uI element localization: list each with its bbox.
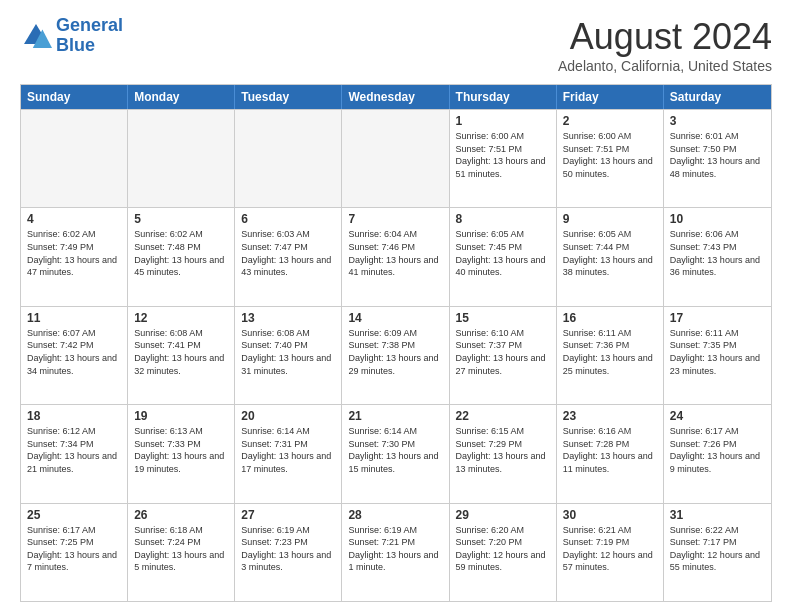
month-title: August 2024 (558, 16, 772, 58)
cell-text-1: Sunrise: 6:00 AMSunset: 7:51 PMDaylight:… (456, 130, 550, 180)
day-num-2: 2 (563, 114, 657, 128)
cell-w2-d4: 7Sunrise: 6:04 AMSunset: 7:46 PMDaylight… (342, 208, 449, 305)
header-friday: Friday (557, 85, 664, 109)
day-num-1: 1 (456, 114, 550, 128)
week-row-3: 11Sunrise: 6:07 AMSunset: 7:42 PMDayligh… (21, 306, 771, 404)
cell-text-5: Sunrise: 6:02 AMSunset: 7:48 PMDaylight:… (134, 228, 228, 278)
cell-text-10: Sunrise: 6:06 AMSunset: 7:43 PMDaylight:… (670, 228, 765, 278)
cell-text-29: Sunrise: 6:20 AMSunset: 7:20 PMDaylight:… (456, 524, 550, 574)
week-row-1: 1Sunrise: 6:00 AMSunset: 7:51 PMDaylight… (21, 109, 771, 207)
cell-w4-d3: 20Sunrise: 6:14 AMSunset: 7:31 PMDayligh… (235, 405, 342, 502)
day-num-31: 31 (670, 508, 765, 522)
cell-w4-d4: 21Sunrise: 6:14 AMSunset: 7:30 PMDayligh… (342, 405, 449, 502)
logo-text: General Blue (56, 16, 123, 56)
week-row-2: 4Sunrise: 6:02 AMSunset: 7:49 PMDaylight… (21, 207, 771, 305)
day-num-18: 18 (27, 409, 121, 423)
day-num-14: 14 (348, 311, 442, 325)
cell-w1-d2 (128, 110, 235, 207)
cell-text-25: Sunrise: 6:17 AMSunset: 7:25 PMDaylight:… (27, 524, 121, 574)
cell-w2-d5: 8Sunrise: 6:05 AMSunset: 7:45 PMDaylight… (450, 208, 557, 305)
cell-text-6: Sunrise: 6:03 AMSunset: 7:47 PMDaylight:… (241, 228, 335, 278)
cell-w1-d7: 3Sunrise: 6:01 AMSunset: 7:50 PMDaylight… (664, 110, 771, 207)
cell-text-15: Sunrise: 6:10 AMSunset: 7:37 PMDaylight:… (456, 327, 550, 377)
cell-w3-d2: 12Sunrise: 6:08 AMSunset: 7:41 PMDayligh… (128, 307, 235, 404)
day-num-24: 24 (670, 409, 765, 423)
cell-text-13: Sunrise: 6:08 AMSunset: 7:40 PMDaylight:… (241, 327, 335, 377)
cell-w2-d1: 4Sunrise: 6:02 AMSunset: 7:49 PMDaylight… (21, 208, 128, 305)
cell-text-11: Sunrise: 6:07 AMSunset: 7:42 PMDaylight:… (27, 327, 121, 377)
header-saturday: Saturday (664, 85, 771, 109)
cell-text-24: Sunrise: 6:17 AMSunset: 7:26 PMDaylight:… (670, 425, 765, 475)
header-sunday: Sunday (21, 85, 128, 109)
cell-text-27: Sunrise: 6:19 AMSunset: 7:23 PMDaylight:… (241, 524, 335, 574)
cell-text-2: Sunrise: 6:00 AMSunset: 7:51 PMDaylight:… (563, 130, 657, 180)
day-num-9: 9 (563, 212, 657, 226)
cell-text-21: Sunrise: 6:14 AMSunset: 7:30 PMDaylight:… (348, 425, 442, 475)
cell-w5-d3: 27Sunrise: 6:19 AMSunset: 7:23 PMDayligh… (235, 504, 342, 601)
cell-w5-d6: 30Sunrise: 6:21 AMSunset: 7:19 PMDayligh… (557, 504, 664, 601)
header: General Blue August 2024 Adelanto, Calif… (20, 16, 772, 74)
cell-w2-d3: 6Sunrise: 6:03 AMSunset: 7:47 PMDaylight… (235, 208, 342, 305)
day-num-10: 10 (670, 212, 765, 226)
day-num-22: 22 (456, 409, 550, 423)
day-num-15: 15 (456, 311, 550, 325)
cell-w5-d1: 25Sunrise: 6:17 AMSunset: 7:25 PMDayligh… (21, 504, 128, 601)
day-num-13: 13 (241, 311, 335, 325)
cell-text-17: Sunrise: 6:11 AMSunset: 7:35 PMDaylight:… (670, 327, 765, 377)
cell-text-8: Sunrise: 6:05 AMSunset: 7:45 PMDaylight:… (456, 228, 550, 278)
day-num-5: 5 (134, 212, 228, 226)
day-num-17: 17 (670, 311, 765, 325)
location: Adelanto, California, United States (558, 58, 772, 74)
cell-w1-d6: 2Sunrise: 6:00 AMSunset: 7:51 PMDaylight… (557, 110, 664, 207)
day-num-30: 30 (563, 508, 657, 522)
cell-text-20: Sunrise: 6:14 AMSunset: 7:31 PMDaylight:… (241, 425, 335, 475)
day-num-4: 4 (27, 212, 121, 226)
day-num-8: 8 (456, 212, 550, 226)
calendar-body: 1Sunrise: 6:00 AMSunset: 7:51 PMDaylight… (21, 109, 771, 601)
cell-w2-d7: 10Sunrise: 6:06 AMSunset: 7:43 PMDayligh… (664, 208, 771, 305)
day-num-26: 26 (134, 508, 228, 522)
cell-w3-d1: 11Sunrise: 6:07 AMSunset: 7:42 PMDayligh… (21, 307, 128, 404)
logo-icon (20, 20, 52, 52)
header-wednesday: Wednesday (342, 85, 449, 109)
day-num-6: 6 (241, 212, 335, 226)
cell-w4-d2: 19Sunrise: 6:13 AMSunset: 7:33 PMDayligh… (128, 405, 235, 502)
title-block: August 2024 Adelanto, California, United… (558, 16, 772, 74)
day-num-11: 11 (27, 311, 121, 325)
calendar: Sunday Monday Tuesday Wednesday Thursday… (20, 84, 772, 602)
cell-text-22: Sunrise: 6:15 AMSunset: 7:29 PMDaylight:… (456, 425, 550, 475)
cell-text-28: Sunrise: 6:19 AMSunset: 7:21 PMDaylight:… (348, 524, 442, 574)
week-row-4: 18Sunrise: 6:12 AMSunset: 7:34 PMDayligh… (21, 404, 771, 502)
cell-text-30: Sunrise: 6:21 AMSunset: 7:19 PMDaylight:… (563, 524, 657, 574)
cell-w5-d4: 28Sunrise: 6:19 AMSunset: 7:21 PMDayligh… (342, 504, 449, 601)
cell-text-12: Sunrise: 6:08 AMSunset: 7:41 PMDaylight:… (134, 327, 228, 377)
cell-w4-d5: 22Sunrise: 6:15 AMSunset: 7:29 PMDayligh… (450, 405, 557, 502)
cell-w5-d7: 31Sunrise: 6:22 AMSunset: 7:17 PMDayligh… (664, 504, 771, 601)
day-num-19: 19 (134, 409, 228, 423)
cell-w2-d2: 5Sunrise: 6:02 AMSunset: 7:48 PMDaylight… (128, 208, 235, 305)
day-num-16: 16 (563, 311, 657, 325)
day-num-20: 20 (241, 409, 335, 423)
cell-text-19: Sunrise: 6:13 AMSunset: 7:33 PMDaylight:… (134, 425, 228, 475)
day-num-12: 12 (134, 311, 228, 325)
cell-w4-d7: 24Sunrise: 6:17 AMSunset: 7:26 PMDayligh… (664, 405, 771, 502)
cell-text-3: Sunrise: 6:01 AMSunset: 7:50 PMDaylight:… (670, 130, 765, 180)
cell-w3-d7: 17Sunrise: 6:11 AMSunset: 7:35 PMDayligh… (664, 307, 771, 404)
day-num-23: 23 (563, 409, 657, 423)
cell-w5-d2: 26Sunrise: 6:18 AMSunset: 7:24 PMDayligh… (128, 504, 235, 601)
cell-text-26: Sunrise: 6:18 AMSunset: 7:24 PMDaylight:… (134, 524, 228, 574)
cell-text-7: Sunrise: 6:04 AMSunset: 7:46 PMDaylight:… (348, 228, 442, 278)
cell-w2-d6: 9Sunrise: 6:05 AMSunset: 7:44 PMDaylight… (557, 208, 664, 305)
cell-w1-d4 (342, 110, 449, 207)
logo-line1: General (56, 15, 123, 35)
calendar-header: Sunday Monday Tuesday Wednesday Thursday… (21, 85, 771, 109)
cell-w3-d5: 15Sunrise: 6:10 AMSunset: 7:37 PMDayligh… (450, 307, 557, 404)
cell-text-16: Sunrise: 6:11 AMSunset: 7:36 PMDaylight:… (563, 327, 657, 377)
cell-w1-d3 (235, 110, 342, 207)
header-tuesday: Tuesday (235, 85, 342, 109)
page: General Blue August 2024 Adelanto, Calif… (0, 0, 792, 612)
cell-w4-d6: 23Sunrise: 6:16 AMSunset: 7:28 PMDayligh… (557, 405, 664, 502)
cell-text-9: Sunrise: 6:05 AMSunset: 7:44 PMDaylight:… (563, 228, 657, 278)
cell-w3-d4: 14Sunrise: 6:09 AMSunset: 7:38 PMDayligh… (342, 307, 449, 404)
header-monday: Monday (128, 85, 235, 109)
